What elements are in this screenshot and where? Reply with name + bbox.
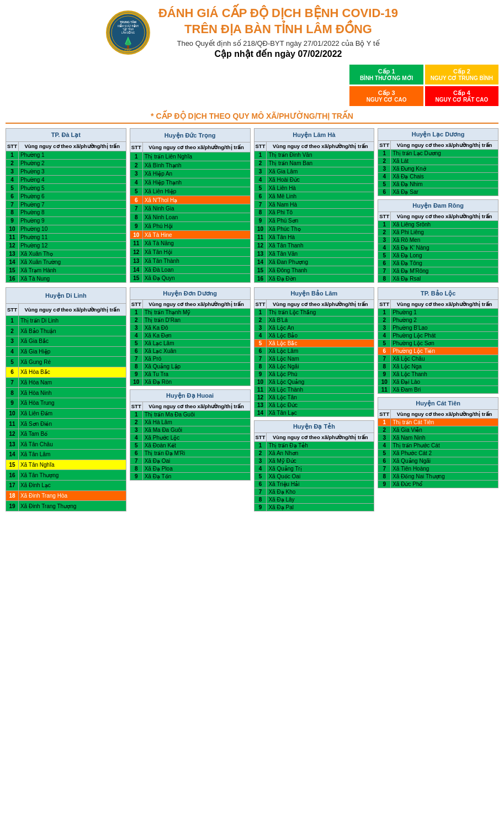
table-row: 3Xã Ma Đa Guôi — [130, 426, 250, 434]
table-da-huoai: Huyện Đạ Huoai STT Vùng nguy cơ theo xã/… — [130, 389, 251, 481]
svg-text:CDC: CDC — [124, 49, 132, 52]
table-row: 13Xã Tân Thành — [130, 256, 250, 265]
table-row: 6Xã Hòa Bắc — [6, 367, 126, 378]
table-bao-loc: TP. Bảo Lộc STT Vùng nguy cơ theo xã/phư… — [378, 287, 498, 394]
header-duc-trong: Huyện Đức Trọng — [130, 129, 250, 143]
legend-area: Cấp 1 BÌNH THƯỜNG MỚI Cấp 2 NGUY CƠ TRUN… — [6, 65, 498, 106]
table-row: 2Thị trấn D'Ran — [130, 316, 250, 324]
table-bao-lam: Huyện Bảo Lâm STT Vùng nguy cơ theo xã/p… — [254, 287, 375, 417]
table-row: 10Xã Đại Lào — [378, 378, 498, 386]
table-row: 8Xã Hòa Ninh — [6, 388, 126, 398]
table-row: 5Phường 5 — [6, 184, 126, 192]
table-row: 6Xã Quảng Ngãi — [378, 457, 498, 465]
legend-cap2: Cấp 2 NGUY CƠ TRUNG BÌNH — [425, 65, 498, 85]
cap4-level: Cấp 4 — [431, 89, 493, 97]
table-row: 7Xã Đạ Oai — [130, 457, 250, 465]
cap2-level: Cấp 2 — [431, 68, 493, 75]
table-row: 2Xã Bảo Thuận — [6, 326, 126, 336]
table-row: 2Xã B'Lá — [254, 316, 374, 324]
table-row: 3Xã Nam Ninh — [378, 434, 498, 442]
table-row: 3Phường B'Lao — [378, 324, 498, 332]
title-line2: TRÊN ĐỊA BÀN TỈNH LÂM ĐỒNG — [158, 22, 398, 38]
table-row: 8Xã Đạ Ploa — [130, 465, 250, 473]
cap1-level: Cấp 1 — [355, 68, 417, 75]
table-row: 10Xã Tà Hine — [130, 230, 250, 239]
section-title: * CẤP ĐỘ DỊCH THEO QUY MÔ XÃ/PHƯỜNG/THỊ … — [6, 112, 498, 124]
table-row: 11Xã Tân Hà — [254, 233, 374, 241]
svg-text:LÂM ĐỒNG: LÂM ĐỒNG — [121, 31, 135, 34]
table-row: 12Phường 12 — [6, 241, 126, 250]
table-row: 3Xã Mỹ Đức — [254, 457, 374, 465]
table-row: 6Xã Đạ Tông — [378, 260, 498, 267]
header-bao-loc: TP. Bảo Lộc — [378, 288, 498, 300]
table-row: 17Xã Đinh Lạc — [6, 481, 126, 491]
table-row: 4Phường 4 — [6, 176, 126, 184]
table-row: 14Xã Xuân Trường — [6, 258, 126, 266]
table-row: 8Xã Phi Tô — [254, 208, 374, 217]
table-row: 11Xã Lộc Thành — [254, 386, 374, 394]
table-row: 2Xã Hà Lâm — [130, 419, 250, 426]
table-row: 16Xã Đạ Đờn — [254, 275, 374, 283]
table-row: 7Xã Đạ M'Rông — [378, 267, 498, 275]
table-row: 4Xã Hoài Đức — [254, 176, 374, 184]
table-row: 5Phường Lộc Sơn — [378, 340, 498, 347]
table-row: 13Xã Tân Văn — [254, 250, 374, 258]
table-row: 15Xã Trạm Hành — [6, 266, 126, 275]
table-row: 1Phường 1 — [6, 151, 126, 159]
table-row: 10Xã Lộc Quảng — [254, 378, 374, 386]
table-row: 3Xã Gia Bắc — [6, 336, 126, 347]
table-row: 7Xã Lộc Nam — [254, 355, 374, 363]
col-stt-duc-trong: STT — [130, 142, 142, 152]
table-row: 7Xã Ninh Gia — [130, 204, 250, 213]
table-row: 9Phường 9 — [6, 217, 126, 225]
table-row: 2Xã Lát — [378, 157, 498, 165]
table-row: 9Xã Đạ Tồn — [130, 473, 250, 481]
header-dam-rong: Huyện Đam Rông — [378, 200, 498, 212]
table-row: 3Xã Hiệp An — [130, 170, 250, 178]
col-vung-da-lat: Vùng nguy cơ theo xã/phường/thị trấn — [18, 141, 126, 151]
table-da-teh: Huyện Đạ Tẻh STT Vùng nguy cơ theo xã/ph… — [254, 420, 375, 511]
table-row: 4Xã Phước Lộc — [130, 434, 250, 442]
table-row: 4Phường Lộc Phát — [378, 332, 498, 340]
table-row: 9Xã Tu Tra — [130, 371, 250, 378]
table-row: 5Xã Liên Hà — [254, 184, 374, 192]
legend-cap1: Cấp 1 BÌNH THƯỜNG MỚI — [349, 65, 423, 85]
table-row: 7Xã Tiên Hoàng — [378, 465, 498, 473]
table-row: 18Xã Đinh Trang Hòa — [6, 490, 126, 501]
table-row: 8Xã Đồng Nai Thượng — [378, 473, 498, 481]
header-da-lat: TP. Đà Lạt — [6, 129, 126, 141]
table-row: 5Xã Lộc Bắc — [254, 340, 374, 347]
table-row: 1Thị trấn Lạc Dương — [378, 150, 498, 157]
table-row: 15Xã Đông Thanh — [254, 266, 374, 275]
table-row: 11Xã Sơn Điền — [6, 419, 126, 429]
table-row: 5Xã Đoàn Kết — [130, 442, 250, 450]
table-row: 9Xã Lộc Thanh — [378, 371, 498, 378]
table-row: 2Thị trấn Nam Ban — [254, 159, 374, 167]
header-da-huoai: Huyện Đạ Huoai — [130, 390, 250, 402]
table-da-lat: TP. Đà Lạt STT Vùng nguy cơ theo xã/phườ… — [6, 128, 126, 283]
table-row: 4Xã Đạ Chais — [378, 173, 498, 181]
header-lac-duong: Huyện Lạc Dương — [378, 129, 498, 141]
table-row: 6Xã Lạc Xuân — [130, 347, 250, 355]
table-row: 1Phường 1 — [378, 309, 498, 316]
table-row: 7Xã Đạ Kho — [254, 488, 374, 496]
table-row: 14Xã Đà Loan — [130, 265, 250, 274]
table-row: 2Phường 2 — [6, 159, 126, 167]
table-row: 9Xã Hòa Trung — [6, 398, 126, 408]
table-row: 8Xã Lộc Ngãi — [254, 363, 374, 371]
table-row: 4Xã Quảng Trị — [254, 465, 374, 473]
table-row: 6Xã Đạ Sar — [378, 188, 498, 196]
table-row: 1Thị trấn Đinh Văn — [254, 151, 374, 159]
table-row: 4Xã Gia Hiệp — [6, 346, 126, 357]
table-row: 3Xã Ka Đô — [130, 324, 250, 332]
col-bao-lam: Huyện Bảo Lâm STT Vùng nguy cơ theo xã/p… — [254, 287, 375, 511]
table-row: 9Xã Đức Phổ — [378, 481, 498, 488]
table-row: 3Phường 3 — [6, 167, 126, 176]
row1-grid: TP. Đà Lạt STT Vùng nguy cơ theo xã/phườ… — [6, 128, 498, 283]
table-lac-duong: Huyện Lạc Dương STT Vùng nguy cơ theo xã… — [378, 128, 498, 196]
table-row: 15Xã Tân Nghĩa — [6, 460, 126, 470]
table-row: 12Xã Lộc Tân — [254, 394, 374, 402]
table-row: 10Phường 10 — [6, 225, 126, 233]
table-row: 9Xã Phú Hội — [130, 221, 250, 230]
table-row: 2Xã Phi Liêng — [378, 229, 498, 236]
